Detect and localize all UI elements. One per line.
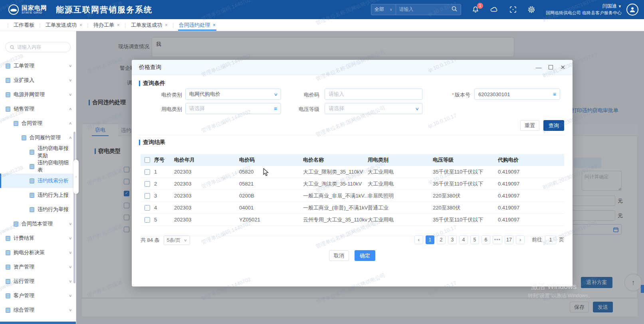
page-tab[interactable]: 工单发送成功 × [125,19,173,31]
cell-seq: 2 [154,181,174,187]
table-row[interactable]: 3 202303 0200B 一般工商业_非居_不满1kV... 非居民照明 2… [141,190,564,202]
sidebar-search[interactable] [5,42,71,52]
prev-page-button[interactable]: ‹ [414,235,423,244]
sidebar-hscrollbar[interactable] [0,322,76,324]
version-input[interactable]: 62023030101 ≡ [474,89,560,100]
row-checkbox[interactable] [145,181,150,187]
page-button[interactable]: 5 [470,235,479,244]
page-button[interactable]: 3 [448,235,457,244]
sidebar-item[interactable]: 合同范本管理 ∨ [0,217,76,231]
table-row[interactable]: 5 202303 YZ05021 云州专用_大工业_35_110kv 大工业用电… [141,214,564,226]
cell-elec-type: 大工业用电 [368,216,433,223]
page-tab[interactable]: 工作看板 × [8,19,40,31]
table-row[interactable]: 2 202303 05821 大工业_淘汰类_35-110kV 大工业用电 35… [141,178,564,190]
goto-page-input[interactable] [545,235,556,244]
close-icon[interactable]: × [165,22,168,28]
close-icon[interactable]: × [79,22,82,28]
sidebar-item[interactable]: 违约行为举报 [0,202,76,217]
cloud-icon[interactable] [490,6,499,14]
voltage-select[interactable]: 请选择 ∨ [325,103,422,114]
page-tab[interactable]: 合同违约处理 × [173,19,221,31]
select-all-checkbox[interactable] [145,157,150,163]
maximize-icon[interactable] [549,65,553,69]
search-scope-select[interactable]: 全部 ∨ [371,4,396,15]
list-picker-icon[interactable]: ≡ [553,91,556,97]
sidebar-item[interactable]: 电源并网管理 ∨ [0,87,76,102]
table-row[interactable]: 1 202303 05820 大工业_限制类_35_110kV 大工业用电 35… [141,166,564,178]
confirm-button[interactable]: 确定 [355,250,375,261]
user-org: 国网临猗供电公司 临猗县客户服务中心 [546,10,622,16]
sidebar-item-label: 业扩接入 [14,77,34,84]
row-checkbox[interactable] [145,169,150,175]
row-checkbox[interactable] [145,193,150,199]
reset-button[interactable]: 重置 [520,120,539,131]
page-button[interactable]: 17 [505,235,513,244]
column-header: 电价名称 [303,156,368,164]
next-page-button[interactable]: › [516,235,525,244]
global-search[interactable]: 全部 ∨ 请输入 [371,4,461,15]
sidebar-item-label: 运行管理 [14,278,34,285]
sidebar-item[interactable]: 销售管理 ∧ [0,102,76,116]
chevron-icon: ∨ [69,279,72,283]
settings-gear-icon[interactable] [527,6,535,14]
sidebar-item[interactable]: 违约窃电明细表 [0,159,76,174]
page-button[interactable]: 4 [459,235,468,244]
document-icon [30,193,34,198]
page-tab-label: 工单发送成功 [131,22,162,29]
sidebar-scrollbar-thumb[interactable] [73,132,75,283]
row-checkbox[interactable] [145,205,150,211]
page-size-select[interactable]: 5条/页 ∨ [164,235,190,245]
price-type-select[interactable]: 电网代购电价 ∨ [185,89,281,100]
cell-voltage: 35千伏至110千伏以下 [433,168,498,176]
fullscreen-scan-icon[interactable] [509,6,517,14]
close-icon[interactable]: ✕ [560,64,565,71]
header-actions: 全部 ∨ 请输入 1 闫国迪 ▼ [371,3,644,16]
sidebar-item[interactable]: 综合管理 ∨ [0,303,76,317]
sidebar-item[interactable]: 购电分析决策 ∨ [0,245,76,260]
chevron-icon: ∧ [69,121,72,125]
goto-page: 前往 页 [532,235,564,244]
page-button[interactable]: 2 [437,235,446,244]
chevron-icon: ∨ [69,308,72,312]
elec-type-picker[interactable]: 请选择 ≡ [185,103,281,114]
table-row[interactable]: 4 202303 04001 一般工商业_(非普)_不满1kV 普通工业 220… [141,202,564,214]
document-icon [6,236,10,241]
sidebar-collapse-handle[interactable]: ‹ [73,160,79,194]
sidebar-item[interactable]: 违约行为上报 [0,188,76,202]
sidebar-item[interactable]: 资产管理 ∨ [0,260,76,274]
search-input[interactable]: 请输入 [396,6,451,13]
cell-price-name: 一般工商业_(非普)_不满1kV [303,204,368,211]
page-tab[interactable]: 工单发送成功 × [40,19,88,31]
sidebar-item[interactable]: 计费结算 ∨ [0,231,76,245]
page-button[interactable]: 6 [482,235,490,244]
voltage-placeholder: 请选择 [329,105,344,112]
chevron-icon: ∧ [69,107,72,111]
avatar[interactable] [626,4,638,16]
minimize-icon[interactable]: — [535,64,541,71]
query-button[interactable]: 查询 [543,120,564,131]
search-icon[interactable] [451,6,458,13]
sidebar-item[interactable]: 客户管理 ∨ [0,288,76,303]
sidebar-item[interactable]: 运行管理 ∨ [0,274,76,288]
sidebar-item[interactable]: 违约窃电举报奖励 [0,145,76,159]
cancel-button[interactable]: 取消 [329,250,349,261]
page-button[interactable]: ••• [493,235,502,244]
sidebar-item[interactable]: 工单管理 ∨ [0,59,76,73]
cell-price-code: YZ05021 [239,217,303,223]
page-button[interactable]: 1 [426,235,434,244]
close-icon[interactable]: × [213,22,216,28]
row-checkbox[interactable] [145,217,150,223]
user-block[interactable]: 闫国迪 ▼ 国网临猗供电公司 临猗县客户服务中心 [546,3,622,16]
list-picker-icon[interactable]: ≡ [274,105,277,112]
sidebar-item-label: 合同管理 [22,120,42,127]
page-tab[interactable]: 待办工单 × [88,19,125,31]
results-section-title: 查询结果 [139,139,165,146]
sidebar-item[interactable]: 合同履约管理 ∧ [0,130,76,145]
sidebar-item[interactable]: 业扩接入 ∨ [0,73,76,87]
sidebar-search-input[interactable] [17,44,65,50]
sidebar-item[interactable]: 合同管理 ∧ [0,116,76,130]
close-icon[interactable]: × [117,22,120,28]
notification-bell-icon[interactable]: 1 [472,6,480,14]
price-code-input[interactable]: 请输入 [325,89,422,100]
sidebar-item[interactable]: 违约线索分析 [0,174,76,188]
